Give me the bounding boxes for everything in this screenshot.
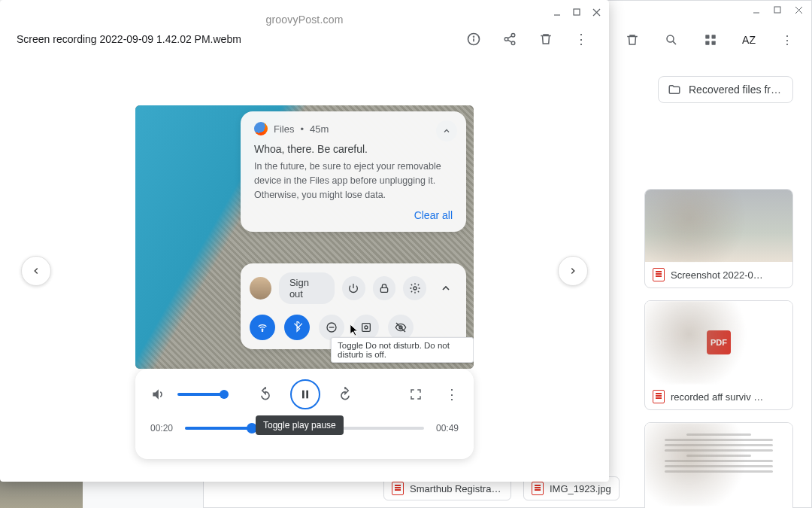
gallery-titlebar <box>0 0 609 24</box>
svg-rect-1 <box>774 7 780 13</box>
gallery-window: groovyPost.com Screen recording 2022-09-… <box>0 0 609 482</box>
folder-icon <box>668 83 681 96</box>
file-card[interactable]: Screenshot 2022-0… <box>644 189 793 288</box>
minimize-button[interactable] <box>552 7 562 17</box>
svg-point-29 <box>262 330 262 331</box>
sign-out-button[interactable]: Sign out <box>279 272 335 304</box>
search-icon[interactable] <box>664 32 679 47</box>
pdf-file-icon <box>653 390 665 403</box>
current-time: 00:20 <box>150 423 173 433</box>
collapse-icon[interactable] <box>436 120 457 141</box>
file-label: Screenshot 2022-0… <box>671 269 763 281</box>
share-icon[interactable] <box>502 32 517 47</box>
duration: 00:49 <box>436 423 459 433</box>
svg-rect-37 <box>306 391 308 399</box>
file-label: Smarthub Registrat… <box>410 483 503 494</box>
bluetooth-toggle[interactable] <box>284 315 310 340</box>
svg-rect-36 <box>302 391 304 399</box>
dnd-tooltip: Toggle Do not disturb. Do not disturb is… <box>331 337 474 363</box>
more-menu-icon[interactable]: ⋮ <box>574 31 588 47</box>
thumbnail-image: PDF <box>645 301 792 384</box>
notification-app: Files <box>274 123 294 135</box>
gallery-header: Screen recording 2022-09-09 1.42.02 PM.w… <box>0 24 609 54</box>
forward-button[interactable] <box>334 383 356 406</box>
sort-button[interactable]: AZ <box>742 34 756 46</box>
lock-icon[interactable] <box>373 276 396 300</box>
play-pause-button[interactable] <box>290 379 320 409</box>
folder-chip[interactable]: Recovered files fro… <box>658 76 793 103</box>
bg-maximize-button[interactable] <box>772 5 783 15</box>
fullscreen-button[interactable] <box>404 383 427 406</box>
svg-point-22 <box>511 34 515 38</box>
media-viewer: Files • 45m Whoa, there. Be careful. In … <box>0 90 609 482</box>
svg-point-33 <box>365 326 368 329</box>
info-icon[interactable] <box>466 32 481 47</box>
bg-minimize-button[interactable] <box>751 5 762 15</box>
visibility-off-toggle[interactable] <box>388 315 414 340</box>
maximize-button[interactable] <box>571 7 582 17</box>
user-avatar[interactable] <box>250 277 271 300</box>
svg-line-10 <box>673 41 676 44</box>
svg-line-26 <box>508 40 511 42</box>
svg-rect-13 <box>705 41 709 45</box>
play-pause-tooltip: Toggle play pause <box>256 415 344 435</box>
svg-rect-27 <box>380 287 387 292</box>
svg-rect-32 <box>362 324 371 332</box>
svg-line-25 <box>508 36 511 38</box>
delete-icon[interactable] <box>625 32 640 47</box>
image-file-icon <box>532 482 544 495</box>
svg-point-28 <box>414 287 417 290</box>
file-title: Screen recording 2022-09-09 1.42.02 PM.w… <box>17 33 241 45</box>
next-button[interactable] <box>558 256 588 286</box>
file-label: recorded aff surviv … <box>671 391 763 403</box>
quick-settings-panel: Sign out <box>241 263 466 349</box>
svg-point-24 <box>511 41 515 45</box>
svg-point-9 <box>667 35 674 42</box>
power-icon[interactable] <box>342 276 365 300</box>
player-more-icon[interactable]: ⋮ <box>445 386 459 403</box>
close-button[interactable] <box>591 7 601 17</box>
svg-point-23 <box>504 38 508 41</box>
thumbnail-image <box>645 190 792 262</box>
volume-slider[interactable] <box>177 393 224 396</box>
volume-icon[interactable] <box>150 387 165 402</box>
rewind-button[interactable] <box>254 383 277 406</box>
notification-age: 45m <box>310 123 329 135</box>
thumbnail-column: Screenshot 2022-0… PDF recorded aff surv… <box>644 189 793 508</box>
app-icon <box>254 122 268 135</box>
svg-rect-11 <box>705 35 709 38</box>
dnd-toggle[interactable] <box>319 315 344 340</box>
settings-icon[interactable] <box>403 276 426 300</box>
expand-icon[interactable] <box>434 276 457 300</box>
video-player-controls: ⋮ 00:20 00:49 <box>135 369 474 459</box>
svg-rect-12 <box>712 35 716 38</box>
clear-all-button[interactable]: Clear all <box>254 209 453 221</box>
wifi-toggle[interactable] <box>250 315 275 340</box>
screen-capture-toggle[interactable] <box>353 315 379 340</box>
grid-view-icon[interactable] <box>703 32 718 47</box>
more-menu-icon[interactable]: ⋮ <box>780 32 795 47</box>
svg-rect-16 <box>574 9 580 15</box>
svg-point-21 <box>474 36 474 37</box>
notification-body: In the future, be sure to eject your rem… <box>254 160 453 202</box>
video-frame: Files • 45m Whoa, there. Be careful. In … <box>135 105 474 369</box>
notification-title: Whoa, there. Be careful. <box>254 143 453 155</box>
pdf-file-icon <box>392 482 404 495</box>
bg-close-button[interactable] <box>793 5 804 15</box>
image-file-icon <box>653 268 665 281</box>
file-card[interactable]: PDF recorded aff surviv … <box>644 300 793 410</box>
folder-chip-label: Recovered files fro… <box>689 84 783 96</box>
pdf-badge-icon: PDF <box>707 330 731 354</box>
svg-rect-14 <box>712 41 716 45</box>
delete-icon[interactable] <box>538 32 553 47</box>
file-label: IMG_1923.jpg <box>550 483 611 494</box>
previous-button[interactable] <box>21 256 51 286</box>
notification-card: Files • 45m Whoa, there. Be careful. In … <box>241 111 466 232</box>
